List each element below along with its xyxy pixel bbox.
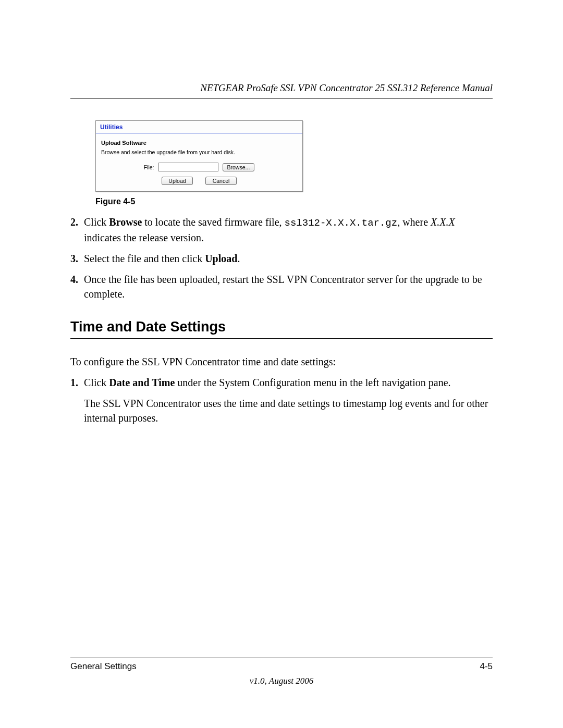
file-path-input[interactable] — [158, 163, 218, 171]
text: Select the file and then click — [84, 253, 205, 264]
text: . — [237, 253, 240, 264]
step-body: Click Date and Time under the System Con… — [84, 375, 493, 390]
browse-button[interactable]: Browse... — [223, 163, 255, 171]
step-2: 2. Click Browse to locate the saved firm… — [70, 215, 493, 245]
text: Click — [84, 216, 109, 228]
follow-paragraph: The SSL VPN Concentrator uses the time a… — [84, 396, 493, 425]
page-footer: General Settings 4-5 v1.0, August 2006 — [70, 658, 493, 686]
step-number: 1. — [70, 375, 84, 390]
step-list-2: 1. Click Date and Time under the System … — [70, 375, 493, 425]
step-4: 4. Once the file has been uploaded, rest… — [70, 272, 493, 301]
text: , where — [397, 216, 431, 228]
file-row: File: Browse... — [96, 163, 302, 171]
step-number: 3. — [70, 251, 84, 266]
text: Click — [84, 377, 109, 388]
text: to locate the saved firmware file, — [142, 216, 284, 228]
page-header-title: NETGEAR ProSafe SSL VPN Concentrator 25 … — [70, 82, 493, 94]
text: Once the file has been uploaded, restart… — [84, 274, 482, 300]
intro-paragraph: To configure the SSL VPN Concentrator ti… — [70, 354, 493, 369]
step-number: 4. — [70, 272, 84, 301]
utilities-panel-title: Utilities — [96, 121, 302, 133]
upload-bold: Upload — [205, 253, 237, 264]
footer-line: General Settings 4-5 — [70, 661, 493, 672]
browse-bold: Browse — [109, 216, 142, 228]
step-1: 1. Click Date and Time under the System … — [70, 375, 493, 390]
cancel-button[interactable]: Cancel — [205, 177, 237, 185]
footer-rule — [70, 658, 493, 658]
step-body: Click Browse to locate the saved firmwar… — [84, 215, 493, 245]
action-button-row: Upload Cancel — [96, 177, 302, 185]
footer-page-number: 4-5 — [480, 661, 493, 672]
version-italic: X.X.X — [431, 216, 455, 228]
step-number: 2. — [70, 215, 84, 245]
section-rule — [70, 338, 493, 339]
footer-section-name: General Settings — [70, 661, 137, 672]
upload-button[interactable]: Upload — [162, 177, 193, 185]
step-3: 3. Select the file and then click Upload… — [70, 251, 493, 266]
step-body: Once the file has been uploaded, restart… — [84, 272, 493, 301]
figure-caption: Figure 4-5 — [95, 197, 493, 206]
header-rule — [70, 98, 493, 98]
footer-version: v1.0, August 2006 — [70, 676, 493, 686]
utilities-panel: Utilities Upload Software Browse and sel… — [95, 120, 303, 192]
text: under the System Configuration menu in t… — [175, 377, 450, 388]
step-list-1: 2. Click Browse to locate the saved firm… — [70, 215, 493, 301]
date-time-bold: Date and Time — [109, 377, 175, 388]
document-page: NETGEAR ProSafe SSL VPN Concentrator 25 … — [0, 0, 563, 728]
upload-instruction-text: Browse and select the upgrade file from … — [96, 149, 302, 163]
section-heading-time-date: Time and Date Settings — [70, 319, 493, 335]
filename-mono: ssl312-X.X.X.tar.gz — [285, 217, 398, 229]
text: indicates the release version. — [84, 232, 204, 243]
file-label: File: — [144, 164, 154, 170]
step-body: Select the file and then click Upload. — [84, 251, 493, 266]
upload-software-heading: Upload Software — [96, 133, 302, 149]
